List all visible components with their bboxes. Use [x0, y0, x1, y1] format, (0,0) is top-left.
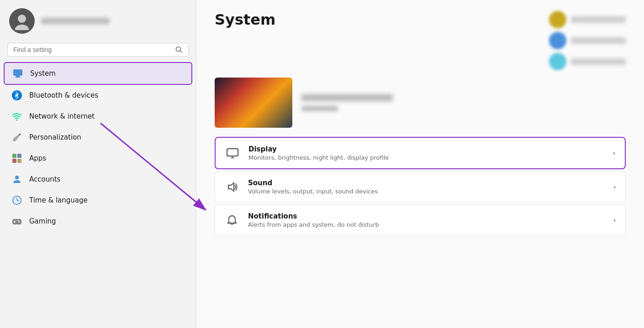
search-input[interactable] — [13, 46, 172, 53]
sound-icon — [224, 179, 240, 195]
sidebar-item-apps[interactable]: Apps — [4, 148, 192, 169]
user-name-blurred — [41, 18, 110, 24]
svg-point-9 — [16, 120, 18, 121]
settings-card-display[interactable]: Display Monitors, brightness, night ligh… — [215, 137, 626, 169]
notifications-icon — [224, 213, 240, 228]
monitor-thumbnail-image — [215, 78, 292, 128]
monitor-labels — [301, 94, 393, 111]
display-card-title: Display — [248, 145, 605, 153]
main-content: System — [196, 0, 644, 328]
avatar[interactable] — [9, 8, 35, 34]
svg-rect-13 — [17, 159, 21, 163]
widget-text-3 — [571, 58, 626, 65]
svg-rect-12 — [12, 159, 16, 163]
header-right-widgets — [549, 11, 626, 70]
search-box[interactable] — [7, 43, 189, 57]
notifications-card-subtitle: Alerts from apps and system, do not dist… — [248, 221, 605, 228]
sidebar-item-accounts[interactable]: Accounts — [4, 169, 192, 190]
notifications-chevron-icon: › — [613, 216, 616, 224]
sidebar-item-label-bluetooth: Bluetooth & devices — [29, 91, 98, 99]
notifications-card-text: Notifications Alerts from apps and syste… — [248, 212, 605, 228]
svg-rect-11 — [17, 154, 21, 158]
accounts-icon — [11, 173, 23, 185]
notifications-card-title: Notifications — [248, 212, 605, 220]
sidebar-item-gaming[interactable]: Gaming — [4, 211, 192, 232]
svg-rect-4 — [13, 69, 22, 76]
wifi-icon — [11, 110, 23, 122]
gaming-icon — [11, 215, 23, 227]
brush-icon — [11, 131, 23, 143]
sidebar-item-bluetooth[interactable]: ✓ Bluetooth & devices — [4, 85, 192, 106]
sidebar-item-personalization[interactable]: Personalization — [4, 127, 192, 148]
svg-rect-5 — [16, 76, 20, 77]
sidebar-item-label-time: Time & language — [29, 196, 88, 204]
monitor-name-blurred — [301, 94, 393, 101]
settings-card-notifications[interactable]: Notifications Alerts from apps and syste… — [215, 204, 626, 236]
svg-point-0 — [18, 15, 26, 23]
widget-icon-1 — [549, 11, 566, 28]
search-icon — [175, 46, 183, 53]
header-widget-3 — [549, 53, 626, 70]
sound-card-title: Sound — [248, 179, 605, 187]
sidebar-item-network[interactable]: Network & internet — [4, 106, 192, 127]
display-chevron-icon: › — [613, 149, 616, 157]
svg-point-22 — [19, 221, 20, 222]
display-card-text: Display Monitors, brightness, night ligh… — [248, 145, 605, 161]
svg-point-1 — [15, 25, 29, 30]
header-widget-1 — [549, 11, 626, 28]
sidebar: System ✓ Bluetooth & devices — [0, 0, 196, 328]
sound-card-subtitle: Volume levels, output, input, sound devi… — [248, 188, 605, 195]
display-card-subtitle: Monitors, brightness, night light, displ… — [248, 154, 605, 161]
monitor-icon — [12, 68, 24, 79]
widget-text-1 — [571, 16, 626, 23]
page-title: System — [215, 11, 275, 28]
sidebar-item-label-personalization: Personalization — [29, 133, 81, 141]
sidebar-item-label-gaming: Gaming — [29, 217, 56, 225]
display-icon — [225, 146, 240, 161]
main-header: System — [196, 0, 644, 78]
header-widget-2 — [549, 32, 626, 49]
settings-card-sound[interactable]: Sound Volume levels, output, input, soun… — [215, 171, 626, 203]
svg-line-17 — [17, 200, 19, 201]
bluetooth-icon: ✓ — [11, 89, 23, 101]
sidebar-item-label-accounts: Accounts — [29, 175, 60, 183]
svg-line-3 — [180, 51, 182, 53]
widget-icon-3 — [549, 53, 566, 70]
nav-list: System ✓ Bluetooth & devices — [0, 62, 196, 232]
sidebar-header — [0, 0, 196, 39]
sidebar-item-label-network: Network & internet — [29, 112, 95, 120]
clock-icon — [11, 194, 23, 206]
sound-chevron-icon: › — [613, 182, 616, 191]
widget-icon-2 — [549, 32, 566, 49]
svg-marker-27 — [228, 183, 234, 191]
sidebar-item-system[interactable]: System — [4, 62, 192, 85]
svg-rect-10 — [12, 154, 16, 158]
settings-cards-list: Display Monitors, brightness, night ligh… — [196, 137, 644, 236]
apps-icon — [11, 152, 23, 164]
sidebar-item-label-apps: Apps — [29, 154, 46, 162]
svg-point-21 — [18, 220, 19, 221]
sidebar-item-label-system: System — [30, 69, 56, 78]
widget-text-2 — [571, 37, 626, 44]
monitor-sub-blurred — [301, 106, 338, 111]
sidebar-item-time[interactable]: Time & language — [4, 190, 192, 211]
svg-point-14 — [15, 176, 19, 179]
svg-rect-6 — [15, 77, 21, 78]
monitor-preview-section — [196, 78, 644, 137]
monitor-thumbnail — [215, 78, 292, 128]
sound-card-text: Sound Volume levels, output, input, soun… — [248, 179, 605, 195]
svg-rect-23 — [227, 149, 238, 156]
